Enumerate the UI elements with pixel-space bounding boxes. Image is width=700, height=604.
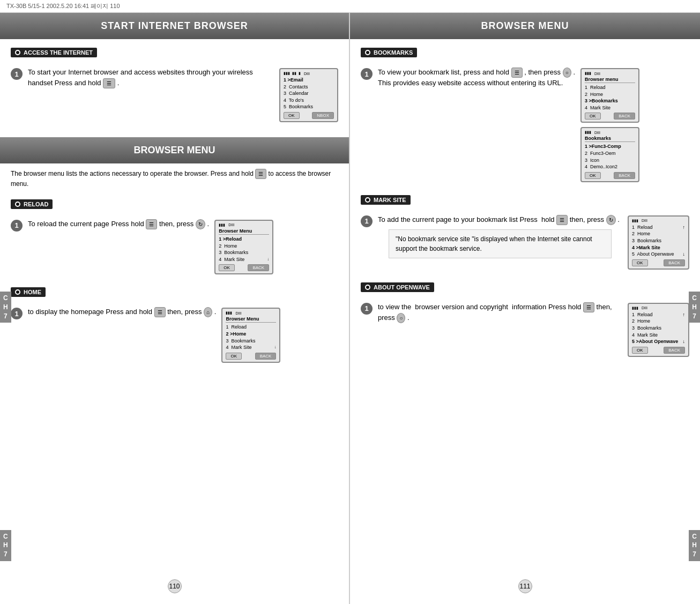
reload-confirm-icon: ↻ (196, 219, 205, 229)
home-back[interactable]: BACK (255, 353, 277, 360)
access-internet-tag: ACCESS THE INTERNET (11, 48, 97, 57)
marksite-step-1: 1 To add the current page to your bookma… (350, 210, 700, 274)
home-btns: OK BACK (226, 353, 276, 360)
reload-tag: RELOAD (11, 199, 53, 209)
menu-icon-desc: ☰ (255, 169, 266, 179)
step-num-1: 1 (11, 68, 23, 80)
bm2-back[interactable]: BACK (614, 172, 635, 179)
ms-item-1: 1 Reload↑ (632, 224, 685, 231)
bm1-ok[interactable]: OK (585, 113, 601, 120)
phone-item-4: 4 To do's (284, 97, 334, 104)
home-ok[interactable]: OK (226, 353, 242, 360)
ms-confirm-icon: ↻ (606, 215, 616, 225)
reload-screen-title: Browser Menu (219, 228, 269, 235)
bm-phone1-top: ▮▮▮ DIII (585, 71, 635, 76)
reload-back[interactable]: BACK (248, 264, 269, 271)
bm-confirm-icon: ○ (563, 68, 571, 78)
page-num-right-container: 111 (518, 579, 532, 593)
ms-item-2: 2 Home (632, 230, 685, 237)
marksite-text-col: To add the current page to your bookmark… (378, 214, 622, 263)
menu-icon: ☰ (103, 78, 115, 88)
reload-dot (15, 202, 20, 207)
bookmarks-phones: ▮▮▮ DIII Browser menu 1 Reload 2 Home 3 … (580, 67, 639, 182)
reload-step-content: To reload the current page Press hold ☰ … (28, 219, 273, 274)
page-num-left: 110 (168, 579, 182, 593)
home-step-text: to display the homepage Press and hold ☰… (28, 307, 216, 317)
bm1-item-2: 2 Home (585, 91, 635, 98)
about-ok[interactable]: OK (632, 347, 648, 354)
reload-item-4: 4 Mark Site↓ (219, 256, 269, 263)
bookmarks-step-text: To view your bookmark list, press and ho… (378, 67, 575, 88)
bm1-item-1: 1 Reload (585, 84, 635, 91)
phone-item-3: 3 Calendar (284, 90, 334, 97)
ms-item-3: 3 Bookmarks (632, 237, 685, 244)
reload-menu-icon: ☰ (146, 219, 157, 229)
ms-phone-top: ▮▮▮ DIII (632, 219, 685, 223)
ms-back[interactable]: BACK (664, 259, 685, 266)
about-step-num: 1 (361, 303, 373, 315)
ms-btns: OK BACK (632, 259, 685, 266)
bm-menu-icon: ☰ (511, 68, 523, 78)
about-item-1: 1 Reload↑ (632, 311, 685, 318)
home-phone-top: ▮▮▮ DIII (226, 311, 276, 315)
home-screen-title: Browser Menu (226, 316, 276, 323)
bm2-item-2: 2 Func3-Oem (585, 150, 635, 157)
reload-phone-top: ▮▮▮ DIII (219, 223, 269, 227)
about-phone-screen: ▮▮▮ DIII 1 Reload↑ 2 Home 3 Bookmarks 4 … (628, 303, 689, 357)
home-step-1: 1 to display the homepage Press and hold… (0, 302, 349, 367)
bm-screen1-title: Browser menu (585, 77, 635, 83)
marksite-phone-screen: ▮▮▮ DIII 1 Reload↑ 2 Home 3 Bookmarks 4 … (628, 215, 689, 270)
about-dot (365, 285, 370, 290)
reload-step-num: 1 (11, 220, 23, 232)
about-item-3: 3 Bookmarks (632, 325, 685, 332)
main-content: CH7 CH7 START INTERNET BROWSER ACCESS TH… (0, 13, 700, 604)
bm2-item-4: 4 Demo..Icon2 (585, 163, 635, 170)
bm-phone2-top: ▮▮▮ DIII (585, 130, 635, 135)
phone-item-1: 1 >Email (284, 77, 334, 84)
about-step-content: to view the browser version and copyrigh… (378, 302, 689, 357)
home-menu-icon: ☰ (154, 307, 166, 317)
home-item-4: 4 Mark Site↓ (226, 344, 276, 351)
bookmarks-step-1: 1 To view your bookmark list, press and … (350, 63, 700, 187)
browser-menu-desc: The browser menu lists the actions neces… (0, 163, 349, 191)
ms-ok[interactable]: OK (632, 259, 648, 266)
home-confirm-icon: ⌂ (204, 307, 212, 317)
ms-item-4: 4 >Mark Site (632, 244, 685, 251)
bm1-item-3: 3 >Bookmarks (585, 98, 635, 105)
bookmarks-dot (365, 50, 370, 55)
bm1-item-4: 4 Mark Site (585, 105, 635, 111)
bookmarks-step-num: 1 (361, 68, 373, 80)
bm2-ok[interactable]: OK (585, 172, 601, 179)
page-num-right: 111 (518, 579, 532, 593)
home-phone-screen: ▮▮▮ DIII Browser Menu 1 Reload 2 >Home 3… (221, 308, 280, 362)
bm1-back[interactable]: BACK (614, 113, 635, 120)
reload-ok[interactable]: OK (219, 264, 235, 271)
phone-top-bar: ▮▮▮ ▮▮ ▮ DIII (284, 71, 334, 76)
about-back[interactable]: BACK (664, 347, 685, 354)
marksite-step-content: To add the current page to your bookmark… (378, 214, 689, 270)
about-btns: OK BACK (632, 347, 685, 354)
access-step-1: 1 To start your Internet browser and acc… (0, 63, 349, 126)
ok-btn[interactable]: OK (284, 112, 300, 119)
about-phone-top: ▮▮▮ DIII (632, 306, 685, 310)
right-section-header: BROWSER MENU (350, 13, 700, 39)
reload-btns: OK BACK (219, 264, 269, 271)
reload-item-2: 2 Home (219, 243, 269, 250)
home-item-1: 1 Reload (226, 324, 276, 331)
about-confirm-icon: ○ (397, 313, 405, 323)
reload-step-text: To reload the current page Press hold ☰ … (28, 219, 209, 229)
reload-item-3: 3 Bookmarks (219, 249, 269, 256)
home-item-2: 2 >Home (226, 331, 276, 338)
bm-screen2-title: Bookmarks (585, 136, 635, 142)
home-step-content: to display the homepage Press and hold ☰… (28, 307, 280, 362)
ch-label-left-top: CH7 (0, 292, 11, 323)
bm2-item-3: 3 Icon (585, 157, 635, 164)
about-menu-icon: ☰ (583, 302, 594, 312)
top-bar: TX-30B 5/15-1 2002.5.20 16:41 페이지 110 (0, 0, 700, 13)
bookmarks-step-content: To view your bookmark list, press and ho… (378, 67, 639, 182)
phone-item-2: 2 Contacts (284, 84, 334, 91)
right-panel: CH7 CH7 BROWSER MENU BOOKMARKS 1 To view… (350, 13, 700, 604)
nbox-btn[interactable]: NBOX (312, 112, 334, 119)
reload-phone-screen: ▮▮▮ DIII Browser Menu 1 >Reload 2 Home 3… (214, 220, 273, 274)
bm-phone-screen-1: ▮▮▮ DIII Browser menu 1 Reload 2 Home 3 … (580, 68, 639, 123)
